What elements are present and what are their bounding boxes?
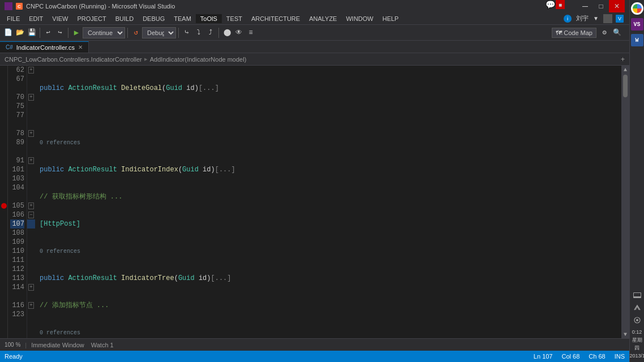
menu-analyze[interactable]: ANALYZE — [304, 14, 341, 23]
code-line-77: [HttpPost] — [40, 219, 617, 229]
bottom-tab-watch[interactable]: Watch 1 — [89, 341, 116, 350]
code-editor[interactable]: public ActionResult DeleteGoal(Guid id)[… — [35, 66, 621, 338]
menu-tools[interactable]: ToOlS — [196, 14, 222, 23]
exp-109 — [27, 238, 35, 247]
user-dropdown-icon[interactable]: ▼ — [593, 15, 599, 21]
bp-empty-13 — [0, 174, 7, 183]
ln-ref3 — [10, 147, 24, 156]
toolbar-btn-undo[interactable]: ↩ — [42, 27, 54, 38]
bottom-tab-immediate[interactable]: Immediate Window — [29, 341, 87, 350]
toolbar-debug-dropdown[interactable]: Debug — [142, 27, 176, 38]
status-col: Col 68 — [562, 353, 580, 360]
restore-button[interactable]: □ — [593, 0, 609, 12]
menu-help[interactable]: HELP — [378, 14, 403, 23]
ln-ref6 — [10, 319, 24, 328]
toolbar-btn-step-over[interactable]: ⤷ — [181, 27, 192, 38]
breadcrumb-arrow: ▸ — [144, 55, 148, 63]
scrollbar-thumb[interactable] — [623, 75, 628, 97]
toolbar-btn-redo[interactable]: ↪ — [54, 27, 66, 38]
toolbar-btn-save[interactable]: 💾 — [26, 27, 37, 38]
exp-70[interactable]: + — [27, 93, 35, 102]
menu-test[interactable]: TEST — [222, 14, 247, 23]
ln-108: 108 — [10, 229, 24, 238]
toolbar-continue-dropdown[interactable]: Continue — [83, 27, 125, 38]
toolbar-btn-step-into[interactable]: ⤵ — [193, 27, 204, 38]
menu-edit[interactable]: EDIT — [24, 14, 48, 23]
minimize-button[interactable]: ─ — [577, 0, 593, 12]
exp-78[interactable]: + — [27, 129, 35, 138]
ln-75: 75 — [10, 102, 24, 111]
ln-101: 101 — [10, 165, 24, 174]
toolbar-sep-4 — [178, 28, 179, 38]
clock-day: 星期四 — [630, 336, 645, 352]
ln-116: 116 — [10, 301, 24, 310]
exp-105[interactable]: + — [27, 201, 35, 210]
tab-indicator-controller[interactable]: C# IndicatorController.cs ✕ — [0, 41, 89, 53]
exp-r6 — [27, 319, 35, 328]
menu-team[interactable]: TEAM — [169, 14, 196, 23]
breadcrumb-expand-icon[interactable]: + — [621, 55, 625, 63]
status-ln: Ln 107 — [534, 353, 553, 360]
exp-77 — [27, 111, 35, 120]
bp-empty-3 — [0, 84, 7, 93]
exp-116[interactable]: + — [27, 301, 35, 310]
menu-window[interactable]: WINDOW — [341, 14, 377, 23]
toolbar-btn-new[interactable]: 📄 — [2, 27, 14, 38]
ln-111: 111 — [10, 256, 24, 265]
toolbar-btn-open[interactable]: 📂 — [14, 27, 25, 38]
vs-taskbar-icon[interactable]: VS — [631, 18, 643, 31]
ln-ref4 — [10, 192, 24, 201]
tab-close-button[interactable]: ✕ — [78, 44, 83, 50]
notification-icon[interactable]: 💬 — [546, 0, 555, 9]
ln-89: 89 — [10, 138, 24, 147]
settings-sys-icon[interactable] — [631, 316, 643, 325]
menu-architecture[interactable]: ARCHITECTURE — [247, 14, 304, 23]
exp-113 — [27, 274, 35, 283]
editor-area[interactable]: 62 67 70 75 77 78 89 91 101 103 104 105 … — [0, 66, 629, 338]
vertical-scrollbar[interactable]: ▲ ▼ — [621, 66, 629, 338]
menu-file[interactable]: FILE — [2, 14, 24, 23]
menu-debug[interactable]: DEBUG — [138, 14, 169, 23]
keyboard-icon[interactable] — [631, 291, 643, 300]
toolbar-sep-1 — [40, 28, 40, 38]
code-map-button[interactable]: 🗺 Code Map — [552, 28, 596, 38]
toolbar-btn-locals[interactable]: ≡ — [245, 27, 256, 38]
cnpc-logo: C — [16, 3, 23, 10]
ln-113: 113 — [10, 274, 24, 283]
exp-r2 — [27, 120, 35, 129]
close-button[interactable]: ✕ — [609, 0, 625, 12]
exp-91[interactable]: + — [27, 156, 35, 165]
scroll-down-button[interactable]: ▼ — [621, 330, 629, 338]
bottom-sep-1: | — [25, 342, 27, 348]
clock-time: 0:12 — [630, 328, 645, 336]
menu-view[interactable]: VIEW — [48, 14, 72, 23]
exp-r5 — [27, 292, 35, 301]
exp-62[interactable]: + — [27, 66, 35, 75]
exp-67 — [27, 75, 35, 84]
tab-cs-icon: C# — [6, 44, 13, 50]
bp-empty-7 — [0, 120, 7, 129]
code-line-ref1: 0 references — [40, 138, 617, 147]
network-icon[interactable] — [631, 303, 643, 312]
toolbar-btn-watch[interactable]: 👁 — [233, 27, 244, 38]
toolbar-btn-restart[interactable]: ↺ — [130, 27, 141, 38]
menu-build[interactable]: BUILD — [111, 14, 138, 23]
word-icon[interactable]: W — [631, 34, 643, 46]
menu-project[interactable]: PROJECT — [72, 14, 110, 23]
toolbar-btn-extra-2[interactable]: 🔍 — [611, 27, 622, 38]
toolbar-btn-breakpoint[interactable]: ⬤ — [221, 27, 233, 38]
debug-stop-icon[interactable]: ■ — [556, 0, 565, 9]
status-bar: Ready Ln 107 Col 68 Ch 68 INS — [0, 351, 629, 362]
ln-67: 67 — [10, 75, 24, 84]
toolbar-btn-extra-1[interactable]: ⚙ — [599, 27, 610, 38]
exp-114[interactable]: + — [27, 283, 35, 292]
ln-110: 110 — [10, 247, 24, 256]
scroll-up-button[interactable]: ▲ — [621, 66, 629, 74]
toolbar-sep-5 — [218, 28, 219, 38]
chrome-icon[interactable] — [631, 2, 643, 15]
exp-106[interactable]: − — [27, 210, 35, 219]
ln-ref5 — [10, 292, 24, 301]
toolbar-btn-step-out[interactable]: ⤴ — [205, 27, 216, 38]
expand-gutter: + + + + + − + + — [27, 66, 35, 338]
toolbar-btn-continue[interactable]: ▶ — [71, 27, 82, 38]
